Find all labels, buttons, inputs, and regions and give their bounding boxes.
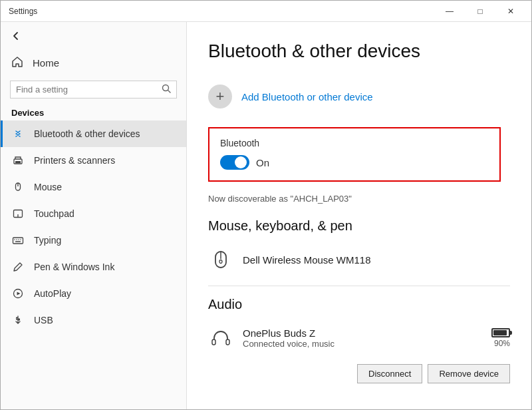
autoplay-icon [11,287,25,300]
bluetooth-label: Bluetooth [220,138,489,148]
sidebar-item-home[interactable]: Home [1,49,186,77]
audio-info: OnePlus Buds Z Connected voice, music [243,327,482,349]
battery-section: 90% [491,328,510,348]
audio-device-item: OnePlus Buds Z Connected voice, music 90… [208,321,510,355]
sidebar-item-autoplay[interactable]: AutoPlay [1,280,186,307]
audio-device-status: Connected voice, music [243,339,482,349]
sidebar-item-printers[interactable]: Printers & scanners [1,147,186,174]
page-title: Bluetooth & other devices [208,41,510,62]
sidebar-item-label-pen: Pen & Windows Ink [34,262,114,272]
sidebar-item-usb[interactable]: USB [1,307,186,333]
add-device-button[interactable]: + Add Bluetooth or other device [208,78,510,115]
sidebar-item-label-mouse: Mouse [34,182,62,192]
audio-item-row: OnePlus Buds Z Connected voice, music 90… [208,325,510,351]
remove-device-button[interactable]: Remove device [428,364,510,383]
home-icon [11,56,23,70]
search-input[interactable] [16,85,158,95]
bluetooth-toggle[interactable] [220,155,249,170]
plus-icon: + [208,85,232,108]
mouse-device-item: Dell Wireless Mouse WM118 [208,243,510,276]
battery-fill [493,330,507,335]
sidebar-section-label: Devices [1,104,186,120]
battery-percentage: 90% [494,339,510,348]
sidebar-item-label-printers: Printers & scanners [34,155,115,166]
svg-rect-8 [13,238,23,244]
divider [208,286,510,286]
maximize-button[interactable]: □ [465,1,495,22]
main-content: Bluetooth & other devices + Add Bluetoot… [187,22,531,409]
svg-rect-22 [226,339,229,345]
svg-rect-3 [15,161,21,163]
headphone-icon [208,325,233,351]
mouse-icon [11,180,25,194]
home-label: Home [33,57,59,69]
typing-icon [11,234,25,247]
settings-window: Settings — □ ✕ [0,0,532,410]
touchpad-icon [11,207,25,220]
search-icon [162,84,171,95]
sidebar-item-typing[interactable]: Typing [1,227,186,254]
sidebar-item-mouse[interactable]: Mouse [1,174,186,200]
search-box[interactable] [10,81,177,99]
printer-icon [11,154,25,167]
toggle-row: On [220,155,489,170]
mouse-device-icon [208,247,233,272]
disconnect-button[interactable]: Disconnect [357,364,422,383]
titlebar-controls: — □ ✕ [434,1,526,22]
svg-rect-21 [212,339,215,345]
content-area: Home Devices Bluetoo [1,22,531,409]
sidebar-item-pen[interactable]: Pen & Windows Ink [1,254,186,280]
sidebar-item-bluetooth[interactable]: Bluetooth & other devices [1,120,186,147]
sidebar-item-label-bluetooth: Bluetooth & other devices [34,128,140,139]
bluetooth-icon [11,127,25,140]
add-device-label: Add Bluetooth or other device [241,91,373,102]
sidebar-item-label-touchpad: Touchpad [34,208,74,219]
sidebar: Home Devices Bluetoo [1,22,187,409]
battery-icon [491,328,510,337]
svg-line-1 [168,91,171,93]
audio-group-title: Audio [208,297,510,312]
audio-device-name: OnePlus Buds Z [243,327,482,339]
minimize-button[interactable]: — [434,1,465,22]
sidebar-item-label-usb: USB [34,315,53,325]
svg-rect-17 [19,319,20,320]
mouse-device-name: Dell Wireless Mouse WM118 [243,254,371,266]
toggle-state-label: On [256,157,269,168]
svg-rect-16 [17,317,18,319]
action-buttons: Disconnect Remove device [208,364,510,383]
sidebar-item-label-autoplay: AutoPlay [34,288,71,299]
svg-marker-15 [17,292,21,296]
titlebar-title: Settings [9,7,37,16]
bluetooth-section: Bluetooth On [208,127,501,182]
mouse-group-title: Mouse, keyboard, & pen [208,218,510,234]
sidebar-item-touchpad[interactable]: Touchpad [1,200,186,227]
back-icon [11,31,21,43]
toggle-knob [235,156,247,168]
svg-point-20 [219,260,222,264]
close-button[interactable]: ✕ [495,1,526,22]
titlebar: Settings — □ ✕ [1,1,531,22]
pen-icon [11,260,25,274]
discoverable-text: Now discoverable as "AHCH_LAP03" [208,194,510,204]
back-button[interactable] [1,25,186,49]
usb-icon [11,313,25,327]
sidebar-item-label-typing: Typing [34,235,61,246]
